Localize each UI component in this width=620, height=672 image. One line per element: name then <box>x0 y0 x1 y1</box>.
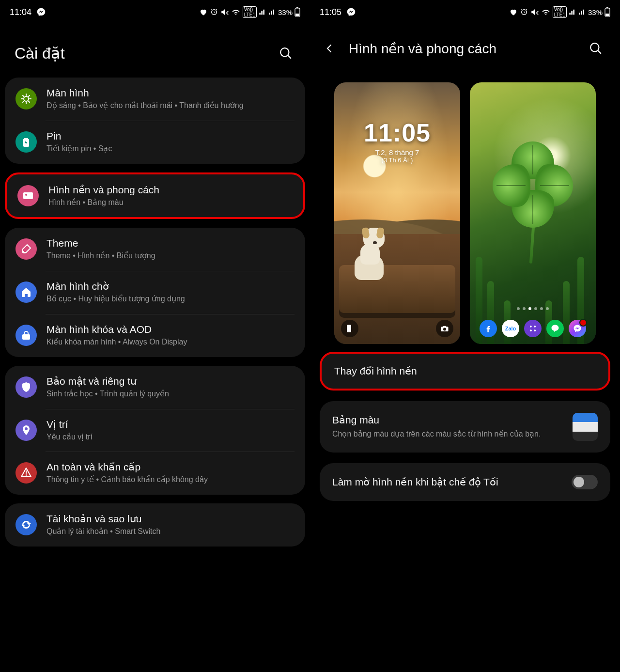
settings-row[interactable]: Màn hình khóa và AODKiểu khóa màn hình •… <box>5 314 305 357</box>
row-subtitle: Theme • Hình nền • Biểu tượng <box>46 251 155 261</box>
signal2-icon <box>578 8 586 16</box>
svg-point-9 <box>534 329 536 331</box>
battery-icon <box>294 7 300 17</box>
dim-wallpaper-row[interactable]: Làm mờ hình nền khi bật chế độ Tối <box>320 463 610 501</box>
status-battery-text: 33% <box>588 8 603 16</box>
battery-icon <box>16 131 37 153</box>
search-button[interactable] <box>586 39 605 58</box>
zalo-app-icon: Zalo <box>502 320 519 337</box>
wifi-icon <box>231 8 241 16</box>
settings-row[interactable]: An toàn và khẩn cấpThông tin y tế • Cảnh… <box>5 452 305 495</box>
settings-row[interactable]: Màn hìnhĐộ sáng • Bảo vệ cho mắt thoải m… <box>5 78 305 121</box>
row-title: Bảo mật và riêng tư <box>46 375 169 387</box>
page-header: Cài đặt <box>0 24 310 78</box>
heart-icon <box>509 8 518 16</box>
phone-shortcut-icon <box>341 320 358 337</box>
svg-point-7 <box>534 326 536 328</box>
image-icon <box>17 185 39 206</box>
settings-group: Tài khoản và sao lưuQuản lý tài khoản • … <box>5 503 305 547</box>
homescreen-preview[interactable]: Zalo <box>470 82 596 344</box>
signal-icon <box>569 8 576 16</box>
svg-rect-5 <box>605 14 609 16</box>
row-title: Tài khoản và sao lưu <box>46 513 160 525</box>
palette-swatch-icon <box>573 413 598 441</box>
row-subtitle: Thông tin y tế • Cảnh báo khẩn cấp không… <box>46 475 208 485</box>
svg-rect-1 <box>296 7 298 8</box>
home-icon <box>16 281 37 303</box>
svg-point-8 <box>530 329 532 331</box>
status-time: 11:05 <box>320 7 341 17</box>
row-title: Vị trí <box>46 419 93 430</box>
brightness-icon <box>16 88 37 109</box>
settings-row[interactable]: ThemeTheme • Hình nền • Biểu tượng <box>5 228 305 271</box>
brush-icon <box>16 238 37 260</box>
row-title: An toàn và khẩn cấp <box>46 461 208 473</box>
row-subtitle: Bố cục • Huy hiệu biểu tượng ứng dụng <box>46 294 185 304</box>
settings-group: Màn hìnhĐộ sáng • Bảo vệ cho mắt thoải m… <box>5 78 305 164</box>
status-time: 11:04 <box>10 7 31 17</box>
row-title: Màn hình chờ <box>46 281 185 292</box>
settings-row[interactable]: Tài khoản và sao lưuQuản lý tài khoản • … <box>5 503 305 547</box>
wallpaper-screen: 11:05 Vo))LTE1 33% Hình nền và phong các… <box>310 0 620 672</box>
status-indicators: Vo))LTE1 33% <box>509 6 610 18</box>
row-title: Theme <box>46 237 155 249</box>
svg-rect-4 <box>606 7 608 8</box>
alarm-icon <box>210 8 218 16</box>
lockscreen-clock: 11:05 T.2, 8 tháng 7 (3 Th 6 ÂL) <box>334 118 460 164</box>
fb-app-icon <box>480 320 497 337</box>
status-battery-text: 33% <box>278 8 293 16</box>
status-indicators: Vo))LTE1 33% <box>199 6 300 18</box>
row-subtitle: Sinh trắc học • Trình quản lý quyền <box>46 389 169 399</box>
back-button[interactable] <box>320 39 339 58</box>
settings-row[interactable]: PinTiết kiệm pin • Sạc <box>5 121 305 164</box>
pin-icon <box>16 420 37 441</box>
alarm-icon <box>520 8 528 16</box>
sync-icon <box>16 514 37 535</box>
mute-icon <box>530 8 539 16</box>
messenger-icon <box>346 7 356 17</box>
row-subtitle: Kiểu khóa màn hình • Always On Display <box>46 337 187 347</box>
settings-row[interactable]: Vị tríYêu cầu vị trí <box>5 409 305 452</box>
settings-row[interactable]: Màn hình chờBố cục • Huy hiệu biểu tượng… <box>5 271 305 314</box>
alert-icon <box>16 462 37 484</box>
color-palette-row[interactable]: Bảng màu Chọn bảng màu dựa trên các màu … <box>320 401 610 453</box>
page-header: Hình nền và phong cách <box>310 24 620 73</box>
page-indicator <box>470 307 596 310</box>
search-icon <box>589 42 602 55</box>
row-title: Màn hình <box>46 87 244 99</box>
svg-point-6 <box>530 326 532 328</box>
lock-icon <box>16 325 37 346</box>
settings-row[interactable]: Bảo mật và riêng tưSinh trắc học • Trình… <box>5 366 305 409</box>
row-subtitle: Độ sáng • Bảo vệ cho mắt thoải mái • Tha… <box>46 101 244 111</box>
dog-illustration <box>350 227 393 280</box>
page-title: Cài đặt <box>15 44 65 63</box>
volte-icon: Vo))LTE1 <box>553 6 567 18</box>
shield-icon <box>16 376 37 398</box>
row-title: Hình nền và phong cách <box>48 184 159 196</box>
settings-row[interactable]: Hình nền và phong cáchHình nền • Bảng mà… <box>7 174 303 218</box>
chevron-left-icon <box>324 43 335 54</box>
row-title: Pin <box>46 130 112 142</box>
heart-icon <box>199 8 208 16</box>
settings-group: Hình nền và phong cáchHình nền • Bảng mà… <box>5 172 305 219</box>
line-app-icon <box>546 320 564 337</box>
wallpaper-previews: 11:05 T.2, 8 tháng 7 (3 Th 6 ÂL) <box>310 73 620 347</box>
change-wallpaper-button[interactable]: Thay đổi hình nền <box>320 352 610 391</box>
grid-app-icon <box>524 320 542 337</box>
settings-group: ThemeTheme • Hình nền • Biểu tượngMàn hì… <box>5 228 305 357</box>
camera-shortcut-icon <box>436 320 453 337</box>
signal2-icon <box>268 8 276 16</box>
row-title: Màn hình khóa và AOD <box>46 324 187 335</box>
settings-group: Bảo mật và riêng tưSinh trắc học • Trình… <box>5 366 305 495</box>
messenger-icon <box>36 7 46 17</box>
search-button[interactable] <box>276 44 295 63</box>
dock-apps: Zalo <box>470 320 596 337</box>
lockscreen-preview[interactable]: 11:05 T.2, 8 tháng 7 (3 Th 6 ÂL) <box>334 82 460 344</box>
page-title: Hình nền và phong cách <box>349 41 576 57</box>
dim-toggle[interactable] <box>572 475 598 489</box>
row-subtitle: Hình nền • Bảng màu <box>48 198 159 208</box>
row-subtitle: Quản lý tài khoản • Smart Switch <box>46 527 160 537</box>
mute-icon <box>220 8 229 16</box>
status-bar: 11:05 Vo))LTE1 33% <box>310 0 620 24</box>
battery-icon <box>604 7 610 17</box>
